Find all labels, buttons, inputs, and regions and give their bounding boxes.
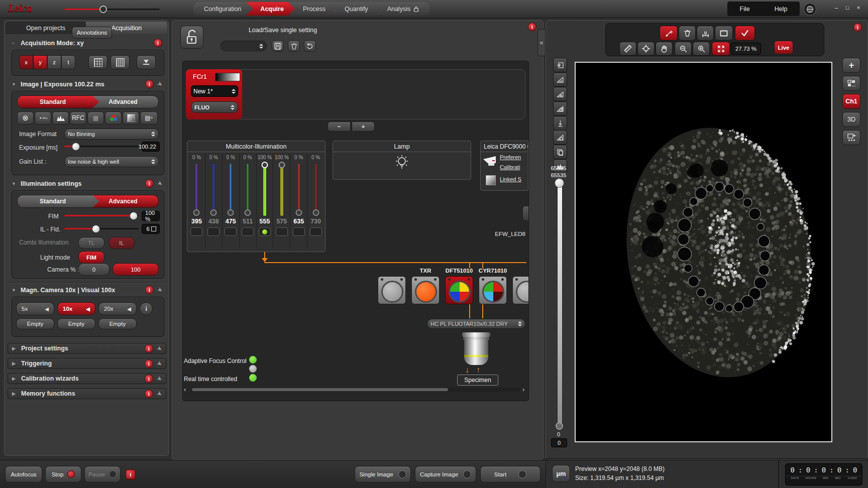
- info-icon[interactable]: i: [145, 344, 153, 353]
- scroll-right-icon[interactable]: ›: [522, 386, 524, 393]
- exposure-all-button[interactable]: ◔ALL: [35, 111, 51, 125]
- pin-icon[interactable]: ➤: [156, 286, 164, 294]
- camera-calibration-link[interactable]: Calibrati: [500, 164, 520, 170]
- menu-file[interactable]: File: [740, 6, 750, 13]
- objective-20x-button[interactable]: 20x◀: [98, 302, 137, 315]
- hscroll-thumb[interactable]: [192, 388, 448, 391]
- channel-slider-knob[interactable]: [210, 209, 217, 216]
- center-target-button[interactable]: [637, 42, 655, 56]
- overlay-mode-button[interactable]: M: [553, 72, 567, 87]
- expand-icon[interactable]: ▶: [12, 391, 17, 396]
- live-button[interactable]: Live: [774, 41, 793, 54]
- histogram-button[interactable]: [52, 111, 69, 125]
- pin-icon[interactable]: ➤: [156, 375, 163, 383]
- section-calibration-wizards[interactable]: ▶ Calibration wizards i ➤: [8, 373, 166, 384]
- illumination-mode-switch[interactable]: Standard Advanced: [17, 195, 159, 208]
- spinner-icon[interactable]: [257, 44, 263, 49]
- objective-dropdown[interactable]: HC PL FLUOTAR 10x/0.32 DRY: [427, 319, 525, 329]
- pin-icon[interactable]: ➤: [156, 344, 163, 352]
- channel-checkbox[interactable]: [207, 227, 220, 236]
- collapse-icon[interactable]: −: [12, 41, 17, 46]
- delete-setting-button[interactable]: [288, 40, 300, 52]
- info-icon[interactable]: i: [145, 179, 154, 188]
- shutter-button[interactable]: ⊗: [17, 111, 34, 125]
- close-button[interactable]: ×: [854, 4, 863, 11]
- canvas-hscrollbar[interactable]: [191, 388, 520, 392]
- spinner-icon[interactable]: [517, 321, 522, 326]
- pan-hand-button[interactable]: [656, 42, 673, 56]
- slider-knob[interactable]: [92, 225, 100, 233]
- capture-image-button[interactable]: Capture Image: [415, 466, 476, 482]
- objective-info-button[interactable]: i: [140, 302, 153, 315]
- channel-checkbox[interactable]: [259, 227, 271, 236]
- minimize-button[interactable]: –: [832, 4, 841, 11]
- section-project-settings[interactable]: ▶ Project settings i ➤: [8, 343, 166, 354]
- collapse-icon[interactable]: ▼: [12, 82, 17, 87]
- pin-icon[interactable]: ➤: [156, 390, 163, 398]
- zoom-out-button[interactable]: [675, 42, 692, 56]
- color-channels-button[interactable]: [105, 111, 122, 125]
- channel-slider[interactable]: [205, 162, 222, 218]
- copy-view-button[interactable]: [553, 145, 567, 159]
- fit-to-screen-button[interactable]: [712, 42, 730, 56]
- section-magnification[interactable]: ▼ Magn. Camera 10x | Visual 100x i ➤: [12, 286, 162, 294]
- channel-slider[interactable]: [290, 162, 307, 218]
- il-field-slider[interactable]: [64, 224, 139, 233]
- channel-slider[interactable]: [223, 162, 239, 218]
- section-illumination[interactable]: ▼ Illumination settings i ➤: [12, 179, 162, 188]
- il-field-value[interactable]: 6: [142, 224, 160, 234]
- info-icon[interactable]: i: [126, 469, 136, 479]
- channel-slider-knob[interactable]: [261, 162, 268, 168]
- grid-scan-button[interactable]: [111, 55, 130, 69]
- delete-annotation-button[interactable]: [679, 26, 696, 41]
- unit-toggle-button[interactable]: µm: [552, 465, 570, 482]
- menu-help[interactable]: Help: [775, 6, 788, 13]
- pin-icon[interactable]: ➤: [156, 180, 164, 188]
- tab-quantify[interactable]: Quantify: [331, 2, 379, 16]
- channel-mode-dropdown[interactable]: FLUO: [191, 101, 238, 113]
- expand-icon[interactable]: ▶: [12, 376, 17, 381]
- tab-advanced[interactable]: Advanced: [88, 96, 158, 108]
- rfc-button[interactable]: RFC: [70, 111, 86, 125]
- spinner-icon[interactable]: [228, 105, 235, 110]
- image-mode-switch[interactable]: Standard Advanced: [17, 95, 159, 108]
- channel-checkbox[interactable]: [225, 227, 237, 236]
- globe-icon[interactable]: [804, 3, 816, 16]
- zoom-out-channel-button[interactable]: −: [328, 121, 351, 132]
- specimen-button[interactable]: Specimen: [457, 375, 498, 386]
- insert-position-button[interactable]: [553, 116, 567, 131]
- binning-grid-button[interactable]: ▦: [87, 111, 104, 125]
- filter-cube-empty-4[interactable]: [512, 276, 529, 304]
- channel-slider-knob[interactable]: [312, 209, 319, 216]
- stop-button[interactable]: Stop: [45, 466, 81, 482]
- mode-t-button[interactable]: t: [61, 55, 75, 69]
- channel-slider[interactable]: [240, 162, 256, 218]
- spinner-icon[interactable]: [149, 132, 155, 137]
- info-icon[interactable]: i: [528, 23, 536, 31]
- channel-1-button[interactable]: Ch1: [842, 94, 860, 109]
- exposure-slider[interactable]: [64, 142, 139, 151]
- single-image-button[interactable]: Single Image: [355, 466, 411, 482]
- start-button[interactable]: Start: [480, 466, 540, 482]
- slider-knob[interactable]: [72, 143, 80, 151]
- zoom-percent-box[interactable]: 27.73 %: [731, 43, 761, 55]
- master-intensity-slider[interactable]: [64, 5, 160, 13]
- combi-tl-button[interactable]: TL: [78, 237, 104, 249]
- objective-5x-button[interactable]: 5x◀: [16, 302, 54, 315]
- camera-percent-0-button[interactable]: 0: [78, 263, 110, 276]
- tab-standard[interactable]: Standard: [18, 195, 88, 207]
- info-icon[interactable]: i: [145, 286, 154, 294]
- slider-knob[interactable]: [99, 6, 107, 13]
- gallery-view-button[interactable]: [553, 87, 567, 101]
- channel-checkbox[interactable]: [242, 227, 254, 236]
- section-acquisition-mode[interactable]: − Acquisition Mode: xy i: [12, 39, 162, 47]
- undo-setting-button[interactable]: [304, 40, 316, 52]
- range-slider-top-knob[interactable]: [555, 178, 564, 188]
- apply-annotation-button[interactable]: [735, 26, 755, 41]
- mode-x-button[interactable]: x: [19, 55, 33, 69]
- prev-arrow-icon[interactable]: ◀: [127, 306, 131, 312]
- mode-z-button[interactable]: z: [47, 55, 61, 69]
- mode-y-button[interactable]: y: [33, 55, 47, 69]
- annotations-button[interactable]: Annotations: [72, 27, 112, 39]
- info-icon[interactable]: i: [145, 375, 153, 383]
